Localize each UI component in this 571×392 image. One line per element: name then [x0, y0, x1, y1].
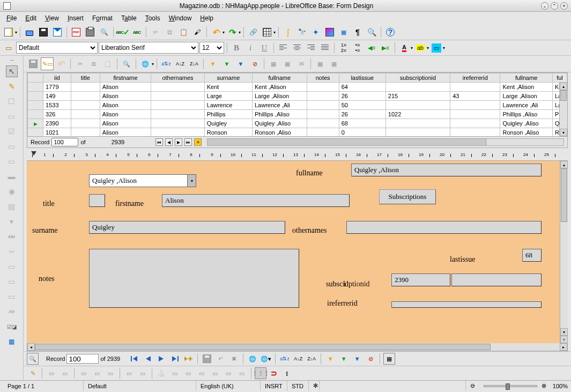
- find-button[interactable]: 🔭: [295, 26, 308, 39]
- nav2-formfilter-button[interactable]: ▼: [351, 353, 363, 365]
- grid-column-lastissue[interactable]: lastissue: [339, 73, 385, 83]
- sort-asc-button[interactable]: A↓Z: [174, 57, 187, 70]
- grid-row[interactable]: 1021AlisonRonsonRonson ,Aliso0Ronson ,Al…: [28, 128, 567, 137]
- nav2-next-button[interactable]: [155, 353, 167, 365]
- grid-row[interactable]: 1533AlisonLawrenceLawrence ,Ali50Lawrenc…: [28, 101, 567, 110]
- standard-filter-button[interactable]: ▼: [234, 57, 247, 70]
- nav2-sort-desc-button[interactable]: Z↓A: [306, 353, 317, 365]
- an-button[interactable]: An: [6, 306, 18, 317]
- underline-button[interactable]: U: [258, 41, 271, 54]
- snap-grid-button[interactable]: ⊃: [268, 367, 280, 379]
- cut-button[interactable]: ✂: [149, 26, 162, 39]
- align-left-button[interactable]: [277, 41, 290, 54]
- status-language[interactable]: English (UK): [196, 381, 261, 391]
- leave-group-button[interactable]: ▭: [236, 367, 248, 379]
- nav2-refresh-button[interactable]: 🌐: [247, 353, 258, 365]
- bold-button[interactable]: B: [230, 41, 243, 54]
- group-button2[interactable]: ▭: [196, 367, 207, 379]
- undo-button[interactable]: ↶: [210, 26, 223, 39]
- menu-table[interactable]: Table: [117, 13, 141, 24]
- nav2-refresh-control-button[interactable]: 🌐▾: [260, 353, 272, 365]
- guides-button[interactable]: ⫿: [281, 367, 293, 379]
- ireferrerid-field[interactable]: [391, 301, 542, 308]
- subscriptions-button[interactable]: Subscriptions: [379, 189, 436, 204]
- auto-focus-button[interactable]: ▭: [137, 367, 149, 379]
- datasource-button[interactable]: ▦: [314, 57, 327, 70]
- mailmerge-button[interactable]: ✉: [295, 57, 308, 70]
- dropdown-icon[interactable]: ▾: [187, 175, 196, 187]
- redo-button[interactable]: ↷: [226, 26, 239, 39]
- formatted-button[interactable]: ▭: [6, 156, 18, 167]
- menu-insert[interactable]: Insert: [63, 13, 88, 24]
- record-current-input[interactable]: [51, 138, 78, 146]
- align-right-button[interactable]: [305, 41, 317, 54]
- nav2-first-button[interactable]: [129, 353, 140, 365]
- undo-data-button[interactable]: ↶: [55, 57, 68, 70]
- save-button[interactable]: [37, 26, 50, 39]
- edit-data-button[interactable]: ✎▭: [41, 57, 54, 70]
- hyperlink-button[interactable]: 🔗: [247, 26, 259, 39]
- data-to-fields-button[interactable]: ▦: [281, 57, 294, 70]
- drawing-button[interactable]: ʃ: [281, 26, 294, 39]
- menu-tools[interactable]: Tools: [141, 13, 165, 24]
- paste-data-button[interactable]: 📋: [101, 57, 114, 70]
- indent-button[interactable]: ▶≡: [379, 41, 392, 54]
- nav2-prev-button[interactable]: [142, 353, 154, 365]
- notes-textarea[interactable]: [89, 249, 299, 308]
- grid-column-surname[interactable]: surname: [204, 73, 252, 83]
- select-tool[interactable]: ↖: [6, 65, 18, 77]
- sort-button[interactable]: a⇅z: [160, 57, 173, 70]
- checkbox-button[interactable]: ☑: [6, 125, 18, 137]
- zoom-in-button[interactable]: ⊕: [542, 382, 546, 389]
- bring-front-button[interactable]: ▭: [169, 367, 181, 379]
- nav2-sort-button[interactable]: a⇅z: [279, 353, 291, 365]
- design-mode-toggle[interactable]: ✎: [6, 80, 18, 92]
- group-button[interactable]: ▭: [6, 261, 18, 272]
- style-combo[interactable]: Default: [16, 42, 98, 54]
- form-vertical-scrollbar[interactable]: ▴ ▾ ▿: [560, 161, 568, 343]
- zoom-value[interactable]: 100%: [553, 383, 568, 389]
- grid-column-fullname[interactable]: fullname: [252, 73, 307, 83]
- preview-button[interactable]: 🔍: [98, 26, 110, 39]
- subscriptionid-field[interactable]: 2390: [391, 273, 450, 286]
- othernames-field[interactable]: [346, 221, 542, 234]
- copy-data-button[interactable]: ⧉: [87, 57, 100, 70]
- nav2-datasource-button[interactable]: ▦: [383, 353, 395, 365]
- styles-button[interactable]: ▭: [2, 41, 15, 54]
- pdf-button[interactable]: PDF: [70, 26, 83, 39]
- form-design-area[interactable]: ▾ fullname Quigley ,Alison Subscriptions…: [27, 161, 560, 343]
- zoom-button[interactable]: 🔍: [365, 26, 378, 39]
- nav2-delete-button[interactable]: ✖: [228, 353, 240, 365]
- nav2-sort-asc-button[interactable]: A↓Z: [292, 353, 304, 365]
- ungroup-button[interactable]: ▭: [209, 367, 221, 379]
- grid-column-othernames[interactable]: othernames: [151, 73, 205, 83]
- remove-filter-button[interactable]: ⊘: [248, 57, 261, 70]
- autospell-button[interactable]: ABC: [130, 26, 143, 39]
- align-center-button[interactable]: [291, 41, 303, 54]
- refresh-button[interactable]: 🌐: [139, 57, 152, 70]
- grid-column-fullname[interactable]: fullname: [500, 73, 552, 83]
- nav2-applyfilter-button[interactable]: ▼: [338, 353, 350, 365]
- nav-button[interactable]: ▦: [6, 336, 18, 347]
- prev-record-button[interactable]: ◀: [165, 138, 173, 146]
- form-props-button[interactable]: ▭: [59, 367, 71, 379]
- grid-column-title[interactable]: title: [71, 73, 100, 83]
- tab-order-button[interactable]: ▭: [78, 367, 90, 379]
- status-style[interactable]: Default: [84, 381, 196, 391]
- apply-filter-button[interactable]: ▼: [220, 57, 233, 70]
- grid-row[interactable]: 1779AlisonKentKent ,Alison64Kent ,Alison…: [28, 83, 567, 92]
- first-record-button[interactable]: ⏮: [155, 138, 163, 146]
- outdent-button[interactable]: ◀≡: [365, 41, 378, 54]
- nav2-save-button[interactable]: [201, 353, 213, 365]
- data-to-text-button[interactable]: ▦: [267, 57, 280, 70]
- enter-group-button[interactable]: ▭: [223, 367, 234, 379]
- save-record-button[interactable]: [27, 57, 40, 70]
- help-button[interactable]: ?: [384, 26, 397, 39]
- option-button[interactable]: ◉: [6, 186, 18, 197]
- datasources-button[interactable]: ▦: [337, 26, 350, 39]
- table-button[interactable]: [261, 26, 273, 39]
- zoom-out-button[interactable]: ⊖: [466, 381, 479, 391]
- sort-desc-button[interactable]: Z↓A: [188, 57, 201, 70]
- menu-view[interactable]: View: [41, 13, 63, 24]
- form-button[interactable]: ▭: [6, 110, 18, 122]
